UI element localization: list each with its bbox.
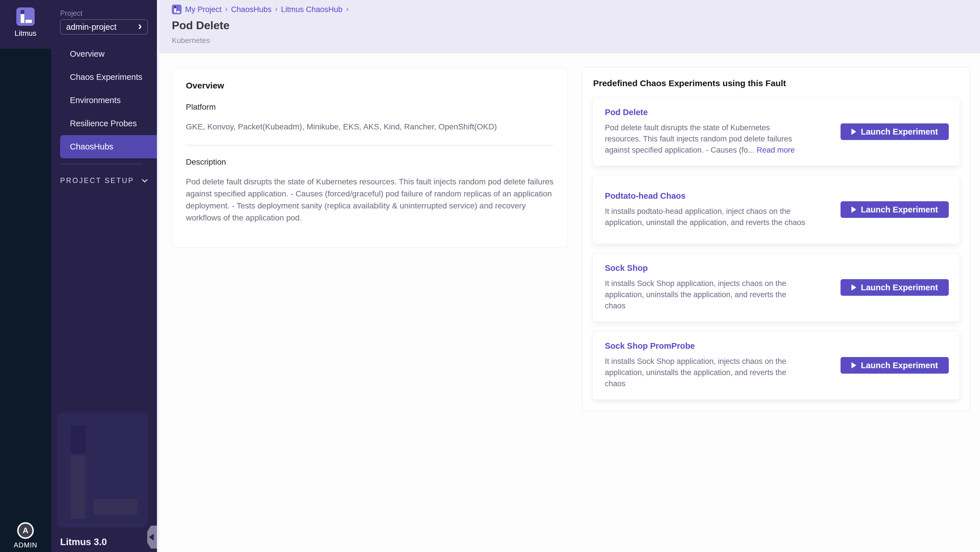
litmus-watermark (57, 412, 148, 527)
sidebar-edge-strip (157, 0, 159, 552)
sidebar-item-chaoshubs[interactable]: ChaosHubs (60, 135, 157, 158)
play-icon (851, 207, 856, 213)
breadcrumb-my-project[interactable]: My Project (185, 5, 222, 14)
predefined-experiments-panel: Predefined Chaos Experiments using this … (582, 67, 970, 411)
main-area: My Project › ChaosHubs › Litmus ChaosHub… (159, 0, 980, 552)
breadcrumb-separator-icon: › (275, 4, 277, 13)
sidebar-collapse-button[interactable] (147, 526, 157, 549)
collapse-left-arrow-icon (149, 534, 154, 541)
chevron-right-icon: › (138, 21, 142, 32)
sidebar-divider (60, 164, 143, 164)
experiment-title[interactable]: Sock Shop (605, 263, 811, 273)
litmus-logo-icon[interactable] (16, 8, 35, 26)
experiment-title[interactable]: Podtato-head Chaos (605, 191, 811, 201)
left-rail: Litmus A ADMIN (0, 0, 51, 552)
breadcrumb: My Project › ChaosHubs › Litmus ChaosHub… (172, 5, 980, 14)
overview-heading: Overview (186, 81, 554, 91)
launch-experiment-button[interactable]: Launch Experiment (840, 357, 949, 374)
page-header: My Project › ChaosHubs › Litmus ChaosHub… (159, 0, 980, 53)
user-avatar-label: ADMIN (14, 541, 37, 549)
overview-divider (186, 145, 554, 145)
launch-button-label: Launch Experiment (861, 127, 938, 137)
logo-horizontal-bar (25, 20, 32, 23)
user-avatar[interactable]: A (17, 522, 34, 539)
page-subtitle: Kubernetes (172, 36, 980, 45)
watermark-notch (71, 426, 86, 453)
experiments-panel-heading: Predefined Chaos Experiments using this … (592, 78, 960, 88)
read-more-link[interactable]: Read more (757, 146, 795, 154)
chevron-down-icon (142, 177, 148, 183)
breadcrumb-separator-icon: › (346, 4, 348, 13)
page-title: Pod Delete (172, 19, 980, 32)
sidebar: Project admin-project › Overview Chaos E… (51, 0, 157, 552)
platform-value: GKE, Konvoy, Packet(Kubeadm), Minikube, … (186, 121, 554, 133)
logo-notch (21, 10, 24, 14)
launch-experiment-button[interactable]: Launch Experiment (840, 123, 949, 140)
watermark-vertical-bar (71, 455, 85, 519)
launch-button-label: Launch Experiment (861, 205, 938, 215)
logo-label: Litmus (14, 29, 37, 38)
project-setup-toggle[interactable]: PROJECT SETUP (60, 173, 146, 187)
breadcrumb-litmus-chaoshub[interactable]: Litmus ChaosHub (281, 5, 342, 14)
watermark-horizontal-bar (94, 499, 137, 514)
overview-card: Overview Platform GKE, Konvoy, Packet(Ku… (172, 67, 568, 248)
platform-label: Platform (186, 102, 554, 112)
description-label: Description (186, 157, 554, 167)
launch-button-label: Launch Experiment (861, 361, 938, 370)
experiment-card-sock-shop-promprobe: Sock Shop PromProbe It installs Sock Sho… (592, 331, 960, 400)
sidebar-item-chaos-experiments[interactable]: Chaos Experiments (60, 65, 157, 89)
project-label: Project (60, 9, 83, 17)
breadcrumb-logo-icon (172, 5, 181, 14)
experiment-title[interactable]: Sock Shop PromProbe (605, 341, 811, 351)
experiment-description: Pod delete fault disrupts the state of K… (605, 122, 805, 156)
experiment-description: It installs Sock Shop application, injec… (605, 278, 805, 312)
breadcrumb-chaoshubs[interactable]: ChaosHubs (231, 5, 272, 14)
launch-button-label: Launch Experiment (861, 283, 938, 292)
experiment-card-podtato-head: Podtato-head Chaos It installs podtato-h… (592, 175, 960, 244)
brand-block: Litmus (0, 0, 51, 49)
experiment-description: It installs Sock Shop application, injec… (605, 356, 805, 390)
breadcrumb-separator-icon: › (225, 4, 228, 13)
play-icon (851, 284, 856, 291)
experiment-card-sock-shop: Sock Shop It installs Sock Shop applicat… (592, 253, 960, 322)
version-label: Litmus 3.0 (60, 536, 107, 547)
experiment-card-pod-delete: Pod Delete Pod delete fault disrupts the… (592, 97, 960, 166)
sidebar-nav: Overview Chaos Experiments Environments … (51, 42, 157, 158)
launch-experiment-button[interactable]: Launch Experiment (840, 279, 949, 296)
experiment-title[interactable]: Pod Delete (605, 108, 811, 117)
project-setup-label: PROJECT SETUP (60, 177, 134, 185)
description-value: Pod delete fault disrupts the state of K… (186, 176, 554, 224)
sidebar-item-environments[interactable]: Environments (60, 89, 157, 112)
project-select[interactable]: admin-project › (60, 19, 148, 34)
logo-vertical-bar (21, 14, 24, 23)
content: Overview Platform GKE, Konvoy, Packet(Ku… (159, 53, 980, 411)
sidebar-item-overview[interactable]: Overview (60, 42, 157, 65)
project-select-value: admin-project (66, 22, 116, 32)
play-icon (851, 129, 856, 135)
play-icon (851, 362, 856, 369)
sidebar-item-resilience-probes[interactable]: Resilience Probes (60, 112, 157, 135)
launch-experiment-button[interactable]: Launch Experiment (840, 201, 949, 218)
experiment-description: It installs podtato-head application, in… (605, 206, 805, 228)
